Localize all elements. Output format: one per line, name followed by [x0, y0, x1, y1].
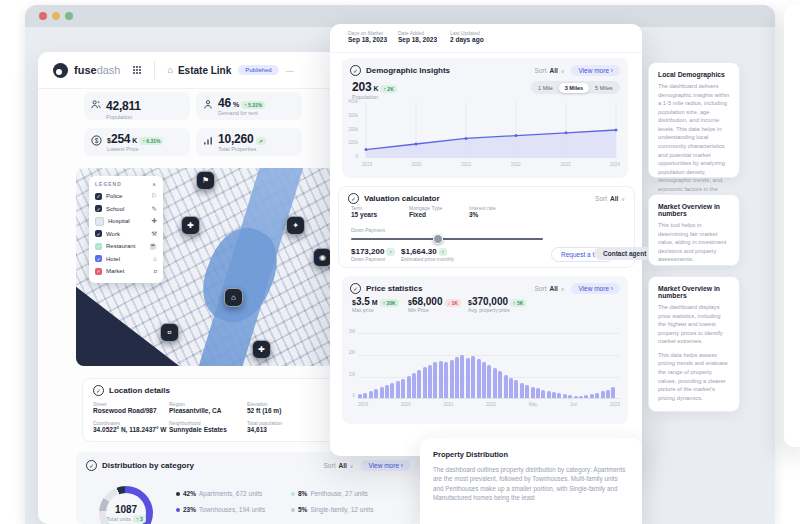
histogram-bar — [504, 375, 508, 398]
legend-item-restaurant[interactable]: ✓Restaurant☕ — [95, 240, 157, 253]
close-window-icon[interactable] — [39, 12, 47, 20]
hospital-icon: ✚ — [152, 217, 157, 225]
panel-title: Demographic Insights — [366, 66, 450, 75]
checkbox[interactable]: ✓ — [95, 205, 102, 212]
view-more-button[interactable]: View more › — [361, 460, 410, 471]
pin-icon: ¤ — [167, 328, 171, 337]
mortgage-type-field[interactable]: Mortgage TypeFixed — [409, 205, 442, 218]
pin-icon: ◉ — [319, 253, 326, 262]
sort-control[interactable]: SortAll∨ — [535, 285, 565, 292]
histogram-bar — [417, 370, 421, 398]
minimize-window-icon[interactable] — [52, 12, 60, 20]
meta-col: Date AddedSep 18, 2023 — [398, 30, 437, 43]
category-donut-chart: 1087 Total units↑ 3 — [99, 486, 153, 524]
histogram-bar — [541, 390, 545, 398]
donut-legend-item: 5%Single-family, 12 units — [291, 506, 374, 513]
check-circle-icon: ✓ — [348, 193, 359, 204]
stat-label: Population — [106, 114, 141, 120]
histogram-bar — [531, 387, 535, 398]
histogram-bar — [606, 390, 610, 398]
radius-option[interactable]: 3 Miles — [559, 83, 589, 93]
contact-agent-button[interactable]: Contact agent — [594, 247, 655, 260]
bar-chart-icon — [203, 135, 213, 146]
map-pin[interactable]: ⌂ — [224, 288, 243, 307]
pin-icon: ✚ — [187, 221, 194, 230]
population-area-chart — [362, 102, 620, 158]
histogram-bar — [390, 383, 394, 398]
histogram-bar — [460, 355, 464, 398]
card-text: This tool helps in determining fair mark… — [658, 221, 730, 264]
histogram-bar — [525, 385, 529, 398]
sort-control[interactable]: SortAll∨ — [324, 462, 354, 469]
map-pin[interactable]: ⚑ — [196, 171, 215, 190]
avg-price-stat: $370,000↑ 5K Avg. property price — [468, 296, 526, 313]
donut-badge: ↑ 3 — [133, 515, 146, 523]
market-icon: ¤ — [153, 268, 157, 275]
apps-grid-icon[interactable] — [132, 65, 142, 75]
card-text: The dashboard displays price statistics,… — [658, 303, 730, 346]
histogram-bar — [471, 356, 475, 398]
checkbox[interactable]: ✓ — [95, 243, 102, 250]
legend-item-work[interactable]: ✓Work⚒ — [95, 228, 157, 241]
stat-badge: ↑ 6.31% — [139, 137, 163, 145]
divider — [154, 61, 155, 79]
legend-title: LEGEND — [95, 181, 122, 187]
donut-legend-item: 23%Townhouses, 194 units — [176, 506, 265, 513]
stat-unit: K — [132, 137, 137, 144]
x-axis-labels: 201920202021202220232024 — [362, 162, 620, 167]
panel-title: Valuation calculator — [364, 194, 440, 203]
view-more-button[interactable]: View more › — [571, 65, 620, 76]
legend-item-hotel[interactable]: ✓Hotel⌂ — [95, 253, 157, 266]
meta-col: Last Updated2 days ago — [450, 30, 484, 43]
down-payment-slider[interactable] — [351, 238, 543, 240]
stat-label: Lowest Price — [107, 146, 163, 152]
collapse-legend-icon[interactable]: ∧ — [152, 181, 157, 187]
histogram-bar — [433, 362, 437, 398]
svg-text:$: $ — [95, 137, 99, 144]
fusedash-logo-icon[interactable] — [53, 63, 68, 78]
price-statistics-panel: ✓Price statistics SortAll∨ View more › $… — [342, 276, 628, 424]
checkbox[interactable]: ✓ — [95, 193, 102, 200]
legend-item-police[interactable]: ✓Police⚐ — [95, 190, 157, 203]
legend-item-market[interactable]: ✓Market¤ — [95, 265, 157, 278]
checkbox[interactable]: ✓ — [95, 268, 102, 275]
sort-control[interactable]: SortAll∨ — [595, 195, 625, 202]
radius-option[interactable]: 5 Miles — [589, 83, 618, 93]
histogram-bar — [557, 393, 561, 398]
stat-label: Demand for rent — [218, 110, 265, 116]
legend-item-hospital[interactable]: Hospital✚ — [95, 215, 157, 228]
down-payment-result: $173,200↑ Down Payment — [351, 247, 395, 262]
menu-dash[interactable]: — — [286, 66, 294, 75]
histogram-bar — [363, 393, 367, 398]
slider-handle[interactable] — [433, 234, 443, 244]
histogram-bar — [584, 395, 588, 398]
term-field[interactable]: Term15 years — [351, 205, 377, 218]
legend-item-school[interactable]: ✓School✎ — [95, 203, 157, 216]
stat-card-total-properties: 10,260 ↗ Total Properties — [196, 128, 302, 156]
map-pin[interactable]: ¤ — [160, 323, 179, 342]
radius-option[interactable]: 1 Mile — [532, 83, 559, 93]
map-pin[interactable]: ✚ — [252, 340, 271, 359]
checkbox[interactable]: ✓ — [95, 255, 102, 262]
y-axis-labels: 3M2M1M0 — [342, 329, 355, 398]
histogram-bar — [493, 368, 497, 398]
stat-card-lowest-price: $ $254K ↑ 6.31% Lowest Price — [84, 128, 190, 156]
histogram-bar — [466, 358, 470, 398]
panel-title: Location details — [109, 386, 170, 395]
interest-rate-field[interactable]: Interest rate3% — [469, 205, 496, 218]
sort-control[interactable]: SortAll∨ — [535, 67, 565, 74]
published-badge: Published — [238, 65, 278, 75]
population-stat: 203 — [352, 80, 371, 94]
checkbox[interactable]: ✓ — [95, 230, 102, 237]
radius-toggle[interactable]: 1 Mile3 Miles5 Miles — [531, 81, 620, 94]
maximize-window-icon[interactable] — [65, 12, 73, 20]
card-title: Local Demographics — [658, 71, 730, 78]
histogram-bar — [444, 362, 448, 398]
map-pin[interactable]: ✦ — [286, 216, 305, 235]
map-pin[interactable]: ✚ — [181, 216, 200, 235]
histogram-bar — [412, 373, 416, 398]
next-sheet-edge[interactable] — [784, 5, 800, 447]
checkbox[interactable] — [95, 217, 104, 226]
view-more-button[interactable]: View more › — [571, 283, 620, 294]
divider — [330, 52, 642, 53]
